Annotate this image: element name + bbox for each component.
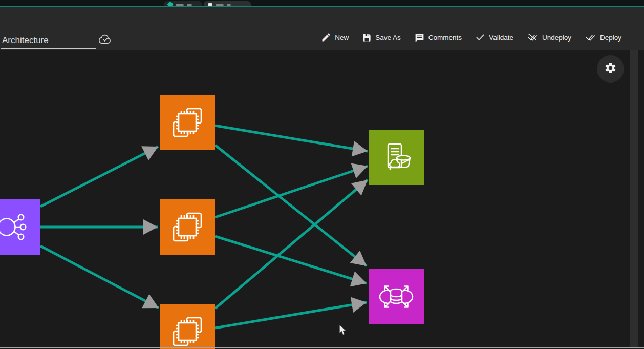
save-as-label: Save As: [375, 34, 401, 42]
edge-load-balancer-to-compute-bottom: [40, 246, 159, 308]
toolbar: NewSave AsCommentsValidateUndeployDeploy: [321, 28, 621, 47]
gear-icon: [604, 61, 617, 76]
edge-compute-middle-to-database-scaling: [215, 236, 367, 283]
node-database-scaling[interactable]: [369, 269, 424, 324]
double-check-icon: [585, 32, 596, 43]
arrowhead-icon: [141, 139, 162, 160]
node-compute-middle[interactable]: [160, 199, 215, 255]
deploy-button[interactable]: Deploy: [585, 32, 621, 43]
arrowhead-icon: [350, 272, 369, 291]
edge-compute-top-to-database-scaling: [215, 145, 367, 266]
edge-load-balancer-to-compute-top: [40, 147, 158, 207]
undeploy-button[interactable]: Undeploy: [527, 32, 571, 43]
node-storage[interactable]: [369, 130, 424, 185]
scaling-database-icon: [369, 269, 424, 324]
edge-compute-bottom-to-storage: [215, 180, 368, 309]
check-icon: [475, 32, 485, 43]
ec2-chip-icon: [160, 95, 215, 150]
save-as-button[interactable]: Save As: [362, 33, 401, 43]
tab-strip: [0, 0, 644, 6]
tab-favicon-teal: [167, 1, 174, 6]
floppy-icon: [362, 33, 372, 43]
validate-label: Validate: [489, 34, 513, 42]
edge-compute-top-to-storage: [215, 126, 368, 151]
canvas-settings-button[interactable]: [597, 55, 624, 83]
storage-bucket-icon: [369, 130, 424, 185]
double-check-slash-icon: [527, 32, 539, 43]
top-accent-line: [0, 6, 644, 7]
pencil-icon: [321, 32, 331, 43]
comments-button[interactable]: Comments: [414, 32, 462, 43]
new-button[interactable]: New: [321, 32, 349, 43]
comment-icon: [414, 32, 425, 43]
comments-label: Comments: [428, 34, 462, 42]
diagram-editor-app: NewSave AsCommentsValidateUndeployDeploy: [0, 0, 644, 349]
diagram-canvas[interactable]: [0, 50, 644, 349]
load-balancer-icon: [0, 199, 40, 255]
arrowhead-icon: [351, 295, 368, 313]
validate-button[interactable]: Validate: [475, 32, 513, 43]
connection-edges: [0, 50, 644, 349]
diagram-title-input[interactable]: [1, 33, 96, 49]
ec2-chip-icon: [160, 304, 215, 349]
horizontal-scrollbar[interactable]: [0, 347, 644, 348]
vertical-scrollbar[interactable]: [630, 50, 638, 347]
editor-header: NewSave AsCommentsValidateUndeployDeploy: [0, 7, 644, 50]
node-compute-top[interactable]: [160, 95, 215, 150]
tab-fragment-2[interactable]: [204, 1, 251, 6]
mouse-cursor: [339, 324, 347, 336]
ec2-chip-icon: [160, 199, 215, 255]
edge-compute-middle-to-storage: [215, 166, 368, 217]
deploy-label: Deploy: [600, 34, 621, 42]
arrowhead-icon: [352, 141, 369, 159]
tab-fragment-1[interactable]: [164, 1, 202, 6]
arrowhead-icon: [351, 158, 370, 178]
arrowhead-icon: [143, 219, 158, 235]
cloud-check-icon: [97, 33, 113, 46]
node-load-balancer[interactable]: [0, 199, 40, 255]
node-compute-bottom[interactable]: [160, 304, 215, 349]
new-label: New: [335, 34, 349, 42]
undeploy-label: Undeploy: [542, 34, 571, 42]
